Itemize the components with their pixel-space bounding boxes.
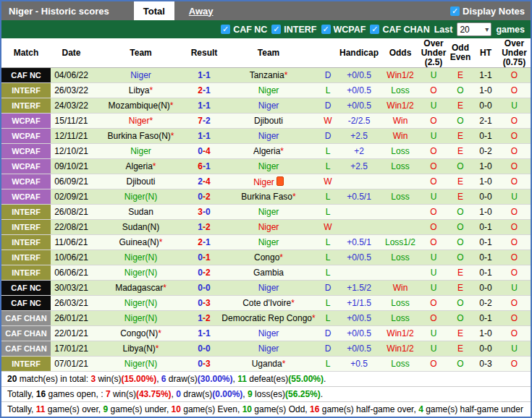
away-score: -1 <box>203 328 211 338</box>
odd-even-flag: E <box>457 146 463 156</box>
home-score: 1 <box>198 313 203 323</box>
last-games-select[interactable]: 20 ▾ <box>457 22 491 36</box>
competition-badge: WCPAF <box>1 114 51 129</box>
tab-total[interactable]: Total <box>134 1 174 20</box>
filter-checkbox-caf-nc[interactable]: ✓CAF NC <box>221 25 267 35</box>
display-notes-toggle[interactable]: ✓ Display Notes <box>450 6 531 17</box>
result-cell: 0-0 <box>190 281 219 296</box>
over-under-075-flag: O <box>511 313 518 323</box>
half-time-score: 2-1 <box>479 116 491 126</box>
filter-checkbox-interf[interactable]: ✓INTERF <box>271 25 316 35</box>
away-score: -4 <box>203 176 211 187</box>
half-time-score: 0-1 <box>479 222 491 232</box>
away-score: -2 <box>203 222 211 232</box>
over-under-25-flag: U <box>431 283 437 293</box>
match-date: 24/03/22 <box>54 101 88 111</box>
handicap-value: +0/0.5 <box>347 85 371 95</box>
summary-text: game(s) half-game over, <box>319 404 418 414</box>
summary-text: . <box>324 374 326 384</box>
summary-text: (15.00%) <box>121 374 156 384</box>
over-under-075-flag: U <box>511 192 518 202</box>
summary-line-3: Totally, 11 game(s) over, 9 game(s) unde… <box>1 402 531 417</box>
over-under-25-flag: U <box>431 101 437 111</box>
display-notes-label: Display Notes <box>463 6 525 17</box>
competition-badge: INTERF <box>1 220 51 235</box>
table-row: INTERF07/01/21Niger(N)0-3Uganda*L+0.5Los… <box>1 357 531 372</box>
odd-even-flag: E <box>457 328 463 338</box>
away-score: -0 <box>203 207 211 217</box>
filter-label: CAF CHAN <box>382 25 429 35</box>
competition-badge: CAF NC <box>1 281 51 296</box>
away-score: -1 <box>203 101 211 111</box>
odd-even-flag: O <box>457 207 463 217</box>
handicap-value: +0/0.5 <box>347 328 371 338</box>
header-result: Result <box>190 38 219 68</box>
away-score: -3 <box>203 298 211 308</box>
home-score: 3 <box>198 207 203 217</box>
away-team-name: Niger <box>258 161 279 171</box>
table-row: WCPAF12/10/21Niger0-4Algeria*L+2LossOE0-… <box>1 144 531 159</box>
over-under-25-flag: U <box>431 252 437 263</box>
win-draw-loss-flag: D <box>325 101 332 111</box>
away-team-name: Niger <box>258 101 279 111</box>
handicap-value: +0/0.5 <box>347 70 371 80</box>
home-score: 0 <box>198 146 203 156</box>
competition-badge: WCPAF <box>1 174 51 189</box>
half-time-score: 0-0 <box>479 192 491 202</box>
table-row: INTERF10/06/21Niger(N)0-1Congo*L+0/0.5Lo… <box>1 250 531 265</box>
away-team-name: Niger <box>258 283 279 293</box>
win-draw-loss-flag: W <box>324 222 332 232</box>
summary-text: game(s) under, <box>108 404 171 414</box>
odd-even-flag: O <box>457 237 463 247</box>
home-score: 0 <box>198 283 203 293</box>
header-date: Date <box>51 38 92 68</box>
odd-even-flag: O <box>457 313 463 323</box>
home-team-name: Niger <box>130 146 151 156</box>
filter-bar: ✓CAF NC✓INTERF✓WCPAF✓CAF CHAN Last 20 ▾ … <box>1 20 531 38</box>
win-draw-loss-flag: L <box>326 85 331 95</box>
summary-text: 11 <box>36 404 46 414</box>
over-under-075-flag: O <box>511 161 518 171</box>
summary-text: 11 <box>237 374 247 384</box>
over-under-25-flag: U <box>431 192 437 202</box>
win-draw-loss-flag: D <box>325 70 332 80</box>
win-draw-loss-flag: L <box>326 313 331 323</box>
home-team-name: Congo(N) <box>120 328 158 338</box>
handicap-result: Loss <box>391 146 409 156</box>
handicap-result: Loss <box>391 359 409 369</box>
home-advantage-star: * <box>159 237 163 247</box>
competition-badge: INTERF <box>1 83 51 98</box>
match-date: 26/01/21 <box>54 313 88 323</box>
home-team-name: Niger(N) <box>124 268 157 278</box>
over-under-25-flag: O <box>430 222 436 232</box>
competition-badge: INTERF <box>1 265 51 281</box>
away-team-name: Algeria <box>253 146 280 156</box>
away-team-name: Niger <box>258 207 279 217</box>
competition-badge: INTERF <box>1 235 51 250</box>
summary-text: , <box>156 374 161 384</box>
away-team-name: Niger <box>258 328 279 338</box>
filter-checkbox-caf-chan[interactable]: ✓CAF CHAN <box>370 25 429 35</box>
over-under-075-flag: O <box>511 222 518 232</box>
summary-text: (56.25%) <box>285 389 321 399</box>
filter-checkbox-wcpaf[interactable]: ✓WCPAF <box>321 25 366 35</box>
over-under-075-flag: O <box>511 116 518 126</box>
over-under-075-flag: O <box>511 252 518 263</box>
odd-even-flag: E <box>457 176 463 187</box>
match-date: 17/01/21 <box>54 344 88 354</box>
win-draw-loss-flag: L <box>326 146 331 156</box>
result-cell: 1-1 <box>190 98 219 114</box>
header-wdl <box>318 38 337 68</box>
half-time-score: 0-3 <box>479 359 491 369</box>
home-advantage-star: * <box>292 192 296 202</box>
handicap-result: Win1/2 <box>387 344 413 354</box>
over-under-25-flag: O <box>430 298 436 308</box>
tab-away[interactable]: Away <box>189 6 214 17</box>
half-time-score: 0-0 <box>479 101 491 111</box>
table-row: INTERF26/08/21Sudan3-0NigerLOO1-0O <box>1 205 531 220</box>
over-under-075-flag: O <box>511 85 518 95</box>
match-date: 26/03/21 <box>54 298 88 308</box>
result-cell: 0-3 <box>190 357 219 372</box>
match-date: 04/06/22 <box>54 70 88 80</box>
half-time-score: 1-0 <box>479 161 491 171</box>
